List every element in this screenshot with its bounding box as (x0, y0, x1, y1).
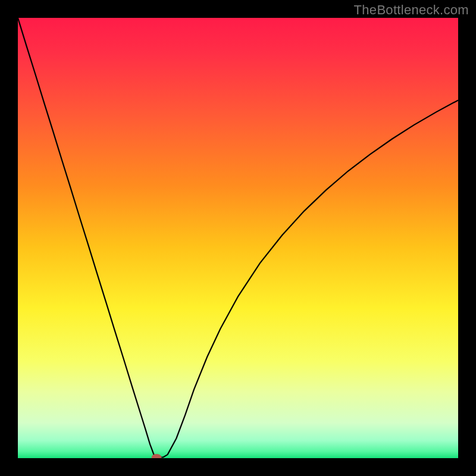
optimal-marker (152, 455, 161, 458)
bottleneck-chart (18, 18, 458, 458)
chart-frame: TheBottleneck.com (0, 0, 476, 476)
gradient-background (18, 18, 458, 458)
watermark-text: TheBottleneck.com (354, 2, 469, 18)
